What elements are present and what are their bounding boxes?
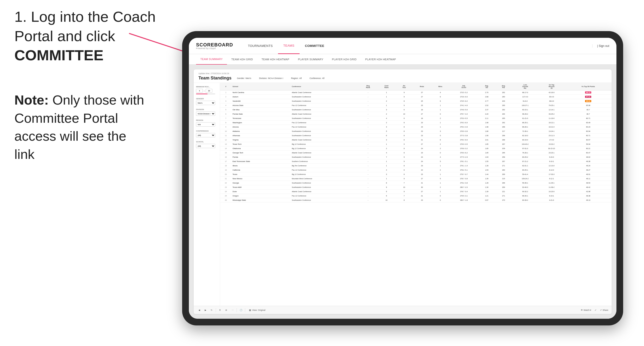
cell-conf-rank: 4	[377, 116, 396, 121]
cell-avg-par: 268	[495, 134, 512, 138]
cell-vs-top-record: 30-4-0	[538, 95, 565, 99]
cell-conference: Southeastern Conference	[291, 116, 359, 121]
table-row: 15 Georgia Tech Atlantic Coast Conferenc…	[220, 151, 612, 155]
cell-adj-score: 279.2 -3.8	[450, 181, 478, 185]
toolbar-btn-bookmark[interactable]: ⊕	[224, 308, 228, 312]
table-row: 24 Duke Atlantic Coast Conference - 5 9 …	[220, 189, 612, 194]
cell-conference: Southeastern Conference	[291, 95, 359, 99]
table-row: 18 Illinois Big Ten Conference - 1 8 23 …	[220, 164, 612, 168]
cell-avg-sg: 1.86	[478, 129, 495, 134]
standings-table: # School Conference RegRank ConfRank NoT…	[220, 83, 612, 202]
cell-no-tour: 9	[396, 103, 413, 108]
sub-nav-team-summary[interactable]: TEAM SUMMARY	[196, 54, 227, 65]
cell-conf-rank: 2	[377, 112, 396, 116]
nav-item-teams[interactable]: TEAMS	[278, 38, 300, 54]
toolbar-btn-menu[interactable]: ⋯	[230, 308, 235, 312]
region-select[interactable]: N/A	[196, 122, 215, 127]
toolbar-btn-share[interactable]: ⬆	[218, 308, 222, 312]
gender-select[interactable]: Men's	[196, 101, 215, 105]
cell-rnds: 24	[412, 147, 431, 151]
cell-school: Texas A&M	[232, 185, 291, 189]
nav-item-tournaments[interactable]: TOURNAMENTS	[242, 38, 278, 54]
cell-reg-rank: -	[359, 138, 377, 142]
cell-avg-sg: 2.88	[478, 95, 495, 99]
cell-rank: 25	[220, 194, 232, 198]
cell-school: Florida	[232, 155, 291, 159]
cell-rnds: 18	[412, 116, 431, 121]
cell-no-tour: 8	[396, 151, 413, 155]
sub-nav-player-h2h-heatmap[interactable]: PLAYER H2H HEATMAP	[361, 54, 400, 65]
table-row: 12 Virginia Atlantic Coast Conference - …	[220, 138, 612, 142]
min-rounds-label: Minimum Rou...	[196, 86, 218, 88]
sub-navigation: TEAM SUMMARY TEAM H2H GRID TEAM H2H HEAT…	[189, 54, 616, 65]
cell-no-tour: 8	[396, 121, 413, 125]
cell-vs-top-record: 13-24-1	[538, 129, 565, 134]
cell-reg-rank: -	[359, 116, 377, 121]
cell-no-tour: 9	[396, 176, 413, 181]
rounds-slider[interactable]	[196, 94, 215, 94]
cell-rank: 20	[220, 172, 232, 176]
committee-emphasis: COMMITTEE	[14, 47, 104, 63]
sign-out-link[interactable]: | Sign out	[592, 44, 610, 48]
cell-low-overall: 96-29-2	[512, 112, 538, 116]
filter-row: Gender:Men's Division:NCAA Division I Re…	[236, 77, 324, 79]
division-select[interactable]: NCAA Division I	[196, 112, 215, 116]
cell-conf-rank: 3	[377, 125, 396, 129]
cell-low-overall: 109-24-2	[512, 176, 538, 181]
standings-card: Update time: 27/03/2024 16:56:26 Team St…	[194, 69, 612, 314]
sub-nav-player-summary[interactable]: PLAYER SUMMARY	[294, 54, 328, 65]
cell-no-tour: 9	[396, 95, 413, 99]
col-avg-par: Avg.Par	[495, 83, 512, 90]
cell-avg-par: 260	[495, 168, 512, 172]
conference-select[interactable]: (All)	[196, 133, 215, 137]
cell-wins: 1	[431, 125, 449, 129]
cell-conference: Atlantic Coast Conference	[291, 189, 359, 194]
toolbar-btn-forward[interactable]: ▶	[203, 308, 208, 312]
sub-nav-team-h2h-heatmap[interactable]: TEAM H2H HEATMAP	[257, 54, 294, 65]
cell-wins: 2	[431, 168, 449, 172]
cell-avg-par: 265	[495, 116, 512, 121]
watch-btn[interactable]: 👁 Watch ▾	[581, 309, 591, 311]
cell-reg-rank: -	[359, 194, 377, 198]
cell-no-tour: 9	[396, 90, 413, 95]
cell-avg-sg: 2.01	[478, 138, 495, 142]
cell-adj-score: 278.7 -0.4	[450, 189, 478, 194]
cell-avg-sg: 2.77	[478, 99, 495, 103]
table-row: 10 Alabama Southeastern Conference - 5 8…	[220, 129, 612, 134]
min-rounds-min-input[interactable]	[196, 89, 203, 93]
table-row: 3 Vanderbilt Southeastern Conference - 2…	[220, 99, 612, 103]
cell-avg-sg: 1.39	[478, 189, 495, 194]
toolbar-btn-refresh[interactable]: ↻	[210, 308, 214, 312]
sub-nav-team-h2h-grid[interactable]: TEAM H2H GRID	[227, 54, 257, 65]
cell-wins: 3	[431, 129, 449, 134]
cell-rank: 12	[220, 138, 232, 142]
table-row: 26 Mississippi State Southeastern Confer…	[220, 198, 612, 202]
sub-nav-player-h2h-grid[interactable]: PLAYER H2H GRID	[328, 54, 361, 65]
table-row: 7 Tennessee Southeastern Conference - 4 …	[220, 116, 612, 121]
cell-wins: 4	[431, 90, 449, 95]
min-rounds-max-input[interactable]	[206, 89, 212, 93]
cell-low-overall: 59-41-4	[512, 172, 538, 176]
cell-conference: Southern Conference	[291, 159, 359, 164]
toolbar-sep-1	[216, 308, 216, 312]
toolbar-view-original[interactable]: ▦ View: Original	[249, 309, 265, 311]
toolbar-btn-back[interactable]: ◀	[197, 308, 201, 312]
share-btn[interactable]: ↗ Share	[600, 309, 608, 311]
cell-avg-sg: 1.28	[478, 164, 495, 168]
toolbar-btn-resize[interactable]: ⤢	[595, 309, 596, 311]
toolbar-btn-clock[interactable]: 🕐	[239, 308, 243, 312]
view-icon: ▦	[249, 309, 251, 311]
cell-wins: 2	[431, 142, 449, 147]
cell-avg-par: 269	[495, 185, 512, 189]
cell-conf-rank: 5	[377, 189, 396, 194]
col-rank: #	[220, 83, 232, 90]
cell-avg-par: 215	[495, 176, 512, 181]
cell-avg-sg: 1.35	[478, 176, 495, 181]
cell-school: Texas Tech	[232, 142, 291, 147]
nav-item-committee[interactable]: COMMITTEE	[300, 38, 330, 54]
cell-school: California	[232, 168, 291, 172]
school-select[interactable]: (All)	[196, 144, 215, 148]
cell-conf-rank: 9	[377, 185, 396, 189]
cell-vs-top-50: 60.47	[565, 151, 612, 155]
table-row: 20 Texas Big 12 Conference - 3 8 23 1 27…	[220, 172, 612, 176]
